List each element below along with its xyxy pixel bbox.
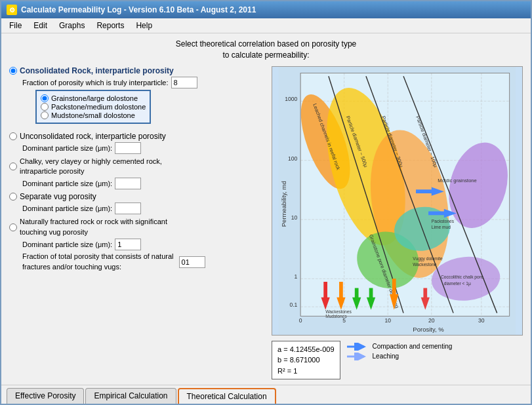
- chalky-radio-row: Chalky, very clayey or highly cemented r…: [9, 157, 265, 177]
- unconsolidated-particle-input[interactable]: [115, 142, 141, 154]
- separate-vug-particle-input[interactable]: [115, 202, 141, 214]
- packstone-label: Packstone/medium dolostone: [51, 103, 146, 111]
- svg-text:0.1: 0.1: [289, 301, 297, 308]
- svg-text:1: 1: [295, 273, 298, 280]
- chalky-particle-label: Dominant particle size (μm):: [22, 180, 112, 187]
- svg-text:0: 0: [299, 317, 302, 323]
- separate-vug-radio[interactable]: [9, 193, 17, 201]
- content-area: Select theoretical correlation based on …: [1, 33, 531, 385]
- svg-text:Lime mud: Lime mud: [432, 225, 451, 229]
- fractured-fraction-label: Fraction of total porosity that consists…: [22, 252, 174, 272]
- leaching-legend: Leaching: [346, 353, 453, 360]
- consolidated-radio[interactable]: [9, 67, 17, 75]
- fractured-radio[interactable]: [9, 223, 17, 231]
- svg-text:10: 10: [384, 317, 391, 323]
- app-icon: ⚙: [7, 5, 17, 15]
- menu-bar: File Edit Graphs Reports Help: [1, 18, 531, 33]
- menu-edit[interactable]: Edit: [28, 20, 52, 31]
- fraction-interparticle-row: Fraction of porosity which is truly inte…: [22, 77, 265, 88]
- fractured-fraction-input[interactable]: [179, 256, 205, 268]
- tab-theoretical-calculation[interactable]: Theoretical Calculation: [178, 388, 276, 404]
- fraction-interparticle-label: Fraction of porosity which is truly inte…: [22, 79, 169, 87]
- porosity-chart: Permeability, md Porosity, % 1000 100 10…: [272, 67, 522, 335]
- svg-text:Porosity, %: Porosity, %: [413, 326, 444, 333]
- mudstone-option: Mudstone/small dolostone: [41, 111, 146, 119]
- compaction-label: Compaction and cementing: [373, 343, 453, 350]
- title-bar: ⚙ Calculate Permeability Log - Version 6…: [1, 1, 531, 18]
- packstone-radio[interactable]: [41, 103, 49, 111]
- grainstone-radio[interactable]: [41, 94, 49, 102]
- instruction-line2: to calculate permeability:: [9, 50, 523, 61]
- separate-vug-radio-row: Separate vug porosity: [9, 192, 265, 201]
- mudstone-radio[interactable]: [41, 111, 49, 119]
- separate-vug-group: Separate vug porosity Dominant particle …: [9, 192, 265, 214]
- left-panel: Consolidated Rock, interparticle porosit…: [9, 66, 265, 379]
- separate-vug-particle-label: Dominant particle size (μm):: [22, 204, 112, 212]
- leaching-arrow-icon: [346, 353, 369, 360]
- formula-box: a = 4.12455e-009 b = 8.671000 R² = 1: [272, 341, 340, 380]
- fractured-group: Naturally fractured rock or rock with si…: [9, 217, 265, 272]
- right-panel: Permeability, md Porosity, % 1000 100 10…: [272, 66, 523, 379]
- chalky-particle-input[interactable]: [115, 178, 141, 189]
- grainstone-option: Grainstone/large dolostone: [41, 94, 146, 102]
- unconsolidated-group: Unconsolidated rock, interparticle poros…: [9, 132, 265, 154]
- svg-text:20: 20: [428, 317, 435, 323]
- formula-r2: R² = 1: [277, 366, 335, 377]
- fractured-fraction-row: Fraction of total porosity that consists…: [22, 252, 258, 272]
- tab-empirical-calculation[interactable]: Empirical Calculation: [85, 388, 176, 404]
- fractured-radio-row: Naturally fractured rock or rock with si…: [9, 217, 265, 237]
- svg-text:Packstones: Packstones: [432, 218, 455, 223]
- svg-text:Wackestones: Wackestones: [325, 309, 352, 313]
- svg-text:Moldic grainstone: Moldic grainstone: [438, 178, 477, 183]
- menu-reports[interactable]: Reports: [91, 20, 129, 31]
- instruction-line1: Select theoretical correlation based on …: [9, 39, 523, 50]
- chalky-particle-row: Dominant particle size (μm):: [22, 178, 265, 189]
- mudstone-label: Mudstone/small dolostone: [51, 111, 135, 119]
- fractured-particle-row: Dominant particle size (μm):: [22, 239, 265, 250]
- formula-legend-row: a = 4.12455e-009 b = 8.671000 R² = 1: [272, 338, 523, 380]
- unconsolidated-label: Unconsolidated rock, interparticle poros…: [20, 132, 166, 141]
- svg-text:30: 30: [478, 317, 485, 323]
- menu-file[interactable]: File: [4, 20, 27, 31]
- legend-area: Compaction and cementing: [346, 341, 453, 360]
- fractured-particle-input[interactable]: [115, 239, 141, 250]
- packstone-option: Packstone/medium dolostone: [41, 103, 146, 111]
- svg-text:10: 10: [291, 214, 298, 221]
- svg-text:Coccolithic chalk pore: Coccolithic chalk pore: [441, 275, 483, 280]
- chalky-group: Chalky, very clayey or highly cemented r…: [9, 157, 265, 190]
- sub-options-box: Grainstone/large dolostone Packstone/med…: [35, 90, 151, 124]
- separate-vug-label: Separate vug porosity: [20, 192, 96, 201]
- unconsolidated-particle-row: Dominant particle size (μm):: [22, 142, 265, 154]
- tabs-bar: Effective Porosity Empirical Calculation…: [1, 385, 531, 404]
- compaction-arrow-icon: [346, 343, 369, 351]
- chalky-label: Chalky, very clayey or highly cemented r…: [20, 157, 162, 177]
- main-window: ⚙ Calculate Permeability Log - Version 6…: [0, 0, 532, 405]
- svg-text:diameter < 1μ: diameter < 1μ: [444, 280, 471, 286]
- main-layout: Consolidated Rock, interparticle porosit…: [9, 66, 523, 379]
- formula-b: b = 8.671000: [277, 355, 335, 366]
- chalky-radio[interactable]: [9, 163, 17, 170]
- formula-a: a = 4.12455e-009: [277, 344, 335, 355]
- grainstone-label: Grainstone/large dolostone: [51, 94, 138, 102]
- svg-text:1000: 1000: [285, 96, 297, 102]
- consolidated-label: Consolidated Rock, interparticle porosit…: [20, 66, 174, 75]
- compaction-legend: Compaction and cementing: [346, 343, 453, 351]
- svg-text:Vuggy dolomite: Vuggy dolomite: [413, 256, 443, 261]
- svg-text:Wackestone: Wackestone: [413, 262, 437, 267]
- fractured-label: Naturally fractured rock or rock with si…: [20, 217, 167, 237]
- unconsolidated-radio-row: Unconsolidated rock, interparticle poros…: [9, 132, 265, 141]
- svg-text:Permeability, md: Permeability, md: [280, 181, 287, 227]
- chart-container: Permeability, md Porosity, % 1000 100 10…: [272, 66, 523, 336]
- tab-effective-porosity[interactable]: Effective Porosity: [7, 388, 84, 404]
- menu-help[interactable]: Help: [131, 20, 157, 31]
- fractured-particle-label: Dominant particle size (μm):: [22, 241, 112, 248]
- unconsolidated-radio[interactable]: [9, 132, 17, 140]
- unconsolidated-particle-label: Dominant particle size (μm):: [22, 144, 112, 152]
- consolidated-radio-row: Consolidated Rock, interparticle porosit…: [9, 66, 265, 75]
- svg-text:100: 100: [288, 155, 298, 161]
- instruction: Select theoretical correlation based on …: [9, 39, 523, 61]
- consolidated-group: Consolidated Rock, interparticle porosit…: [9, 66, 265, 126]
- leaching-label: Leaching: [373, 353, 399, 360]
- menu-graphs[interactable]: Graphs: [54, 20, 90, 31]
- fraction-interparticle-input[interactable]: [171, 77, 197, 88]
